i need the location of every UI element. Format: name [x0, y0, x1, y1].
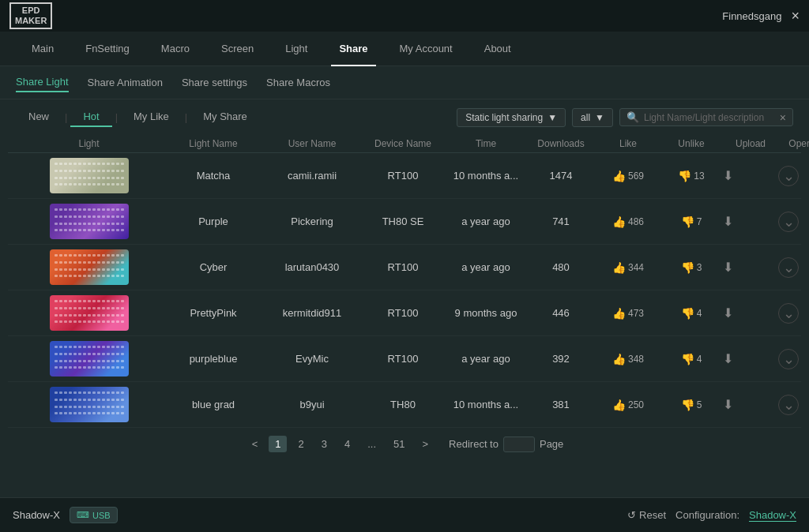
table-body: Matcha camii.ramii RT100 10 months a... …	[8, 153, 801, 428]
search-input[interactable]	[644, 112, 775, 123]
like-cell[interactable]: 👍 344	[596, 261, 660, 274]
keyboard-thumbnail	[50, 249, 129, 285]
operate-cell[interactable]: ⌄	[778, 257, 809, 278]
light-name-cell: Cyber	[162, 261, 265, 273]
keyboard-thumbnail	[50, 204, 129, 239]
expand-button[interactable]: ⌄	[778, 349, 799, 369]
like-cell[interactable]: 👍 486	[596, 215, 660, 228]
like-count: 486	[628, 216, 644, 227]
close-icon[interactable]: ×	[780, 112, 786, 123]
upload-cell[interactable]: ⬇	[723, 214, 778, 229]
col-lightname: Light Name	[162, 138, 265, 149]
device-name-cell: RT100	[359, 170, 446, 182]
table-row: Purple Pickering TH80 SE a year ago 741 …	[8, 199, 801, 245]
download-button[interactable]: ⬇	[723, 305, 733, 320]
page-2-button[interactable]: 2	[292, 436, 310, 452]
titlebar-right: Finnedsgang ×	[722, 9, 800, 23]
tab-share-animation[interactable]: Share Animation	[88, 77, 163, 92]
upload-cell[interactable]: ⬇	[723, 305, 778, 320]
thumbsdown-icon: 👎	[681, 399, 694, 411]
nav-myaccount[interactable]: My Account	[384, 32, 468, 66]
like-cell[interactable]: 👍 348	[596, 353, 660, 365]
keyboard-thumbnail	[50, 341, 129, 377]
operate-cell[interactable]: ⌄	[778, 349, 809, 369]
unlike-cell[interactable]: 👎 5	[660, 399, 723, 411]
thumbsdown-icon: 👎	[681, 215, 694, 228]
expand-button[interactable]: ⌄	[778, 257, 799, 278]
keyboard-thumbnail	[50, 158, 129, 193]
light-name-cell: blue grad	[162, 399, 265, 410]
unlike-count: 13	[694, 170, 704, 182]
download-button[interactable]: ⬇	[723, 260, 733, 275]
like-cell[interactable]: 👍 569	[596, 170, 660, 182]
expand-button[interactable]: ⌄	[778, 395, 799, 415]
username: Finnedsgang	[722, 10, 781, 22]
operate-cell[interactable]: ⌄	[778, 212, 809, 232]
nav-share[interactable]: Share	[323, 32, 383, 66]
thumbsup-icon: 👍	[612, 399, 626, 411]
next-page-button[interactable]: >	[416, 436, 435, 452]
time-cell: 10 months a...	[446, 399, 525, 410]
page-3-button[interactable]: 3	[315, 436, 333, 452]
usb-indicator: ⌨ USB	[70, 507, 118, 523]
page-1-button[interactable]: 1	[269, 436, 287, 452]
like-count: 569	[628, 170, 644, 182]
expand-button[interactable]: ⌄	[778, 212, 799, 232]
operate-cell[interactable]: ⌄	[778, 303, 809, 324]
nav-fnsetting[interactable]: FnSetting	[70, 32, 145, 66]
unlike-count: 4	[697, 354, 702, 365]
nav-screen[interactable]: Screen	[205, 32, 269, 66]
type-dropdown[interactable]: Static light sharing ▼	[457, 108, 566, 127]
like-cell[interactable]: 👍 473	[596, 307, 660, 320]
close-button[interactable]: ×	[791, 9, 800, 23]
nav-about[interactable]: About	[468, 32, 527, 66]
unlike-cell[interactable]: 👎 7	[660, 215, 723, 228]
filter-mylike[interactable]: My Like	[121, 107, 182, 127]
page-4-button[interactable]: 4	[338, 436, 356, 452]
unlike-cell[interactable]: 👎 4	[660, 307, 723, 320]
download-button[interactable]: ⬇	[723, 351, 733, 366]
upload-cell[interactable]: ⬇	[723, 260, 778, 275]
user-name-cell: larutan0430	[265, 261, 359, 273]
thumbsup-icon: 👍	[612, 307, 626, 320]
unlike-cell[interactable]: 👎 3	[660, 261, 723, 274]
download-button[interactable]: ⬇	[723, 397, 733, 412]
filter-myshare[interactable]: My Share	[190, 107, 260, 127]
nav-main[interactable]: Main	[16, 32, 70, 66]
device-name-cell: TH80	[359, 399, 446, 410]
content-area: Share Light Share Animation Share settin…	[0, 66, 809, 460]
upload-cell[interactable]: ⬇	[723, 351, 778, 366]
like-cell[interactable]: 👍 250	[596, 399, 660, 411]
tab-share-settings[interactable]: Share settings	[182, 77, 247, 92]
col-devicename: Device Name	[359, 138, 446, 149]
filter-new[interactable]: New	[16, 107, 62, 127]
time-cell: 10 months a...	[446, 170, 525, 182]
expand-button[interactable]: ⌄	[778, 166, 799, 186]
device-dropdown[interactable]: all ▼	[572, 108, 613, 127]
operate-cell[interactable]: ⌄	[778, 166, 809, 186]
light-preview-cell	[16, 387, 162, 422]
reset-button[interactable]: ↺ Reset	[627, 509, 666, 521]
device-name-cell: RT100	[359, 353, 446, 365]
nav-macro[interactable]: Macro	[145, 32, 205, 66]
unlike-cell[interactable]: 👎 13	[660, 170, 723, 182]
download-button[interactable]: ⬇	[723, 168, 733, 183]
tab-share-macros[interactable]: Share Macros	[266, 77, 330, 92]
page-last-button[interactable]: 51	[387, 436, 411, 452]
thumbsdown-icon: 👎	[681, 353, 694, 365]
subtabs: Share Light Share Animation Share settin…	[0, 66, 809, 99]
like-count: 344	[628, 262, 644, 273]
unlike-cell[interactable]: 👎 4	[660, 353, 723, 365]
operate-cell[interactable]: ⌄	[778, 395, 809, 415]
device-name: Shadow-X	[13, 509, 60, 521]
tab-share-light[interactable]: Share Light	[16, 76, 69, 92]
download-button[interactable]: ⬇	[723, 214, 733, 229]
filter-hot[interactable]: Hot	[70, 107, 111, 127]
upload-cell[interactable]: ⬇	[723, 168, 778, 183]
page-number-input[interactable]	[503, 436, 535, 452]
prev-page-button[interactable]: <	[246, 436, 265, 452]
expand-button[interactable]: ⌄	[778, 303, 799, 324]
upload-cell[interactable]: ⬇	[723, 397, 778, 412]
thumbsdown-icon: 👎	[681, 307, 694, 320]
nav-light[interactable]: Light	[269, 32, 323, 66]
